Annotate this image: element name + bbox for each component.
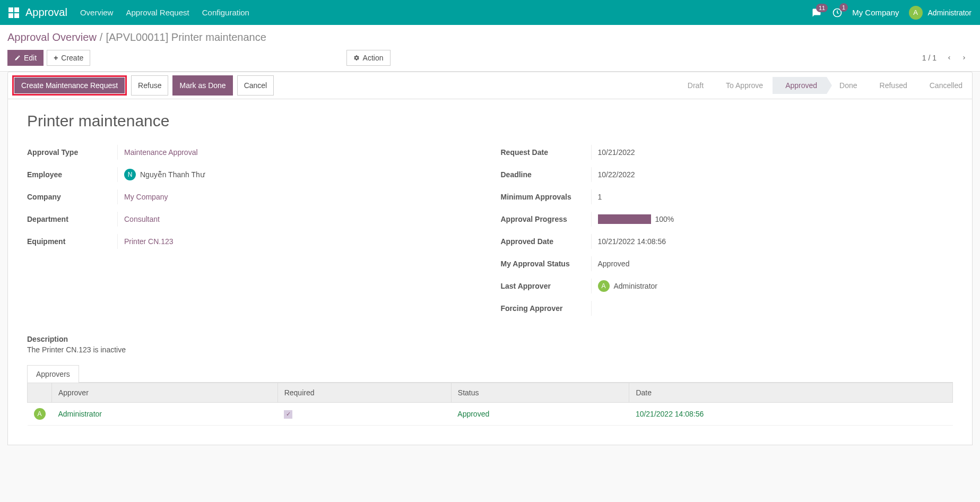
chat-badge: 11 [816, 4, 828, 12]
create-maintenance-request-button[interactable]: Create Maintenance Request [14, 77, 125, 93]
company-value[interactable]: My Company [117, 189, 480, 204]
form-col-right: Request Date 10/21/2022 Deadline 10/22/2… [501, 145, 953, 323]
breadcrumb: Approval Overview / [APVL00011] Printer … [7, 31, 972, 44]
description-label: Description [27, 335, 953, 343]
progress-bar [598, 214, 651, 224]
page-title: Printer maintenance [27, 112, 953, 130]
approval-type-label: Approval Type [27, 148, 117, 157]
tab-approvers[interactable]: Approvers [27, 365, 79, 383]
approved-date-label: Approved Date [501, 237, 591, 246]
action-button[interactable]: Action [346, 50, 391, 66]
employee-value[interactable]: N Nguyễn Thanh Thư [117, 167, 480, 182]
top-nav: Approval Overview Approval Request Confi… [0, 0, 980, 25]
gear-icon [353, 55, 360, 61]
user-avatar: A [909, 6, 923, 20]
nav-right: 11 1 My Company A Administrator [811, 6, 972, 20]
department-value[interactable]: Consultant [117, 212, 480, 227]
progress-value: 100% [591, 212, 953, 227]
nav-link-configuration[interactable]: Configuration [202, 8, 249, 17]
th-status: Status [451, 383, 629, 403]
row-date: 10/21/2022 14:08:56 [636, 410, 704, 418]
apps-icon[interactable] [8, 7, 19, 18]
company-selector[interactable]: My Company [852, 8, 899, 17]
last-approver-value[interactable]: A Administrator [591, 279, 953, 293]
plus-icon: + [54, 54, 58, 62]
nav-links: Overview Approval Request Configuration [80, 8, 249, 17]
employee-label: Employee [27, 170, 117, 179]
activity-icon[interactable]: 1 [832, 7, 843, 18]
breadcrumb-parent[interactable]: Approval Overview [7, 31, 97, 44]
approval-type-value[interactable]: Maintenance Approval [117, 145, 480, 160]
approvers-table: Approver Required Status Date AAdministr… [27, 383, 953, 426]
stage-refused[interactable]: Refused [867, 77, 917, 94]
pencil-icon [14, 55, 21, 61]
status-bar: Create Maintenance Request Refuse Mark a… [7, 72, 973, 99]
stage-approved[interactable]: Approved [773, 77, 827, 94]
progress-label: Approval Progress [501, 215, 591, 223]
cancel-button[interactable]: Cancel [237, 75, 274, 96]
stage-draft[interactable]: Draft [675, 77, 713, 94]
chat-icon[interactable]: 11 [811, 8, 822, 18]
min-approvals-label: Minimum Approvals [501, 193, 591, 201]
check-icon: ✓ [284, 410, 292, 419]
activity-badge: 1 [839, 3, 848, 12]
form-col-left: Approval Type Maintenance Approval Emplo… [27, 145, 480, 323]
nav-link-overview[interactable]: Overview [80, 8, 114, 17]
form-sheet: Printer maintenance Approval Type Mainte… [7, 99, 973, 445]
min-approvals-value: 1 [591, 189, 953, 204]
description-text: The Printer CN.123 is inactive [27, 345, 953, 354]
chevron-right-icon [961, 55, 967, 61]
mark-done-button[interactable]: Mark as Done [172, 75, 232, 96]
department-label: Department [27, 215, 117, 223]
last-approver-label: Last Approver [501, 282, 591, 290]
tabs: Approvers [27, 365, 953, 383]
user-menu[interactable]: A Administrator [909, 6, 972, 20]
request-date-label: Request Date [501, 148, 591, 157]
highlight-annotation: Create Maintenance Request [12, 75, 127, 96]
row-status: Approved [457, 410, 489, 418]
nav-link-approval-request[interactable]: Approval Request [126, 8, 189, 17]
refuse-button[interactable]: Refuse [131, 75, 168, 96]
row-approver[interactable]: Administrator [58, 410, 102, 418]
forcing-approver-label: Forcing Approver [501, 304, 591, 313]
approved-date-value: 10/21/2022 14:08:56 [591, 234, 953, 249]
table-header-row: Approver Required Status Date [28, 383, 953, 403]
my-status-value: Approved [591, 256, 953, 271]
employee-avatar: N [124, 169, 136, 180]
equipment-label: Equipment [27, 237, 117, 246]
nav-title[interactable]: Approval [25, 6, 67, 19]
deadline-label: Deadline [501, 170, 591, 179]
stage-done[interactable]: Done [827, 77, 866, 94]
th-approver: Approver [52, 383, 278, 403]
pager-prev-button[interactable] [942, 50, 957, 66]
stage-cancelled[interactable]: Cancelled [917, 77, 972, 94]
th-date: Date [629, 383, 953, 403]
my-status-label: My Approval Status [501, 259, 591, 268]
edit-button[interactable]: Edit [7, 50, 44, 66]
table-row[interactable]: AAdministrator✓Approved10/21/2022 14:08:… [28, 403, 953, 426]
last-approver-avatar: A [598, 280, 610, 292]
row-avatar: A [34, 408, 46, 420]
stage-to-approve[interactable]: To Approve [713, 77, 773, 94]
pager-text: 1 / 1 [922, 54, 936, 62]
chevron-left-icon [946, 55, 952, 61]
control-panel: Approval Overview / [APVL00011] Printer … [0, 25, 980, 72]
company-label: Company [27, 193, 117, 201]
request-date-value: 10/21/2022 [591, 145, 953, 160]
pager-next-button[interactable] [957, 50, 972, 66]
status-stages: DraftTo ApproveApprovedDoneRefusedCancel… [675, 77, 972, 94]
breadcrumb-current: [APVL00011] Printer maintenance [106, 31, 266, 44]
create-button[interactable]: + Create [47, 50, 90, 66]
deadline-value: 10/22/2022 [591, 167, 953, 182]
description-block: Description The Printer CN.123 is inacti… [27, 335, 953, 354]
th-required: Required [277, 383, 451, 403]
user-name: Administrator [928, 8, 972, 17]
forcing-approver-value [591, 301, 953, 316]
equipment-value[interactable]: Printer CN.123 [117, 234, 480, 249]
breadcrumb-separator: / [100, 31, 103, 44]
